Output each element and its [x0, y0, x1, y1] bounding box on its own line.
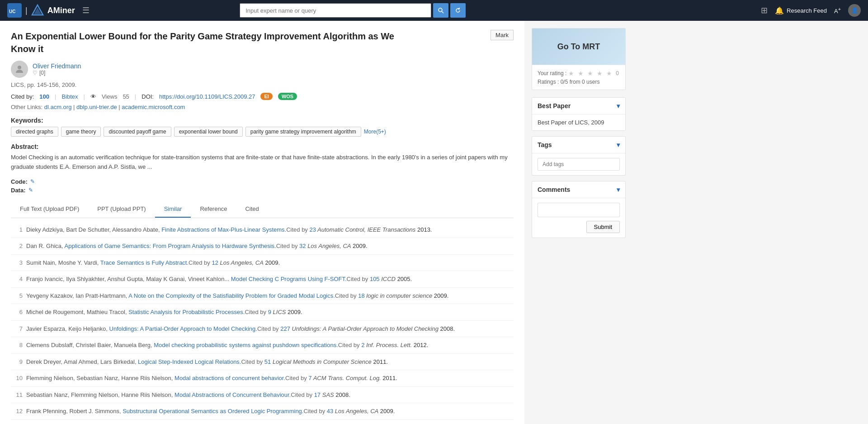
header-right: ⊞ 🔔 Research Feed A+ 👤: [761, 4, 861, 17]
cited-count-link[interactable]: 9: [268, 309, 271, 315]
paper-authors: Derek Dreyer, Amal Ahmed, Lars Birkedal,: [26, 358, 138, 365]
list-item: 4 Franjo Ivancic, Ilya Shlyakhter, Anshu…: [11, 271, 514, 288]
keyword-tag[interactable]: parity game strategy improvement algorit…: [245, 127, 361, 137]
font-size-button[interactable]: A+: [834, 6, 841, 14]
refresh-button[interactable]: [450, 3, 466, 18]
keyword-tag[interactable]: exponential lower bound: [174, 127, 243, 137]
research-feed-button[interactable]: 🔔 Research Feed: [775, 6, 827, 15]
paper-title-link[interactable]: Modal abstractions of concurrent behavio…: [175, 375, 285, 381]
cited-count[interactable]: 100: [39, 93, 49, 100]
search-input[interactable]: [240, 3, 431, 18]
code-label: Code:: [11, 178, 28, 185]
paper-number: 4: [13, 275, 23, 284]
paper-venue-text: SAS: [321, 391, 334, 398]
sidebar: Go To MRT Your rating : ★ ★ ★ ★ ★ 0 Rati…: [524, 21, 633, 424]
star1[interactable]: ★: [568, 70, 574, 77]
keyword-tag[interactable]: discounted payoff game: [104, 127, 171, 137]
paper-number: 2: [13, 242, 23, 251]
logo-text: AMiner: [47, 6, 75, 15]
paper-authors: Dan R. Ghica,: [26, 243, 65, 249]
cited-count-link[interactable]: 43: [327, 408, 333, 414]
menu-icon[interactable]: ☰: [82, 5, 90, 15]
tab-full-text[interactable]: Full Text (Upload PDF): [11, 201, 88, 218]
comments-header[interactable]: Comments ▾: [532, 181, 625, 198]
paper-title-link[interactable]: Model Checking C Programs Using F-SOFT.: [231, 276, 347, 282]
paper-content: Frank Pfenning, Robert J. Simmons, Subst…: [26, 407, 512, 416]
paper-title-link[interactable]: Model checking probabilistic systems aga…: [154, 342, 338, 348]
list-item: 2 Dan R. Ghica, Applications of Game Sem…: [11, 238, 514, 255]
code-edit-icon[interactable]: ✎: [30, 178, 35, 185]
paper-title-link[interactable]: Applications of Game Semantics: From Pro…: [65, 243, 276, 249]
star4[interactable]: ★: [597, 70, 603, 77]
logo[interactable]: UC | AMiner: [7, 3, 75, 18]
paper-number: 6: [13, 308, 23, 317]
star2[interactable]: ★: [578, 70, 584, 77]
heart-section: ♡ [0]: [33, 70, 81, 76]
keyword-tag[interactable]: directed graphs: [11, 127, 58, 137]
cited-count-link[interactable]: 17: [314, 391, 321, 398]
paper-title-link[interactable]: Statistic Analysis for Probabilistic Pro…: [128, 309, 245, 315]
tags-header[interactable]: Tags ▾: [532, 137, 625, 153]
list-item: 6 Michel de Rougemont, Mathieu Tracol, S…: [11, 304, 514, 321]
best-paper-header[interactable]: Best Paper ▾: [532, 98, 625, 114]
paper-authors: Javier Esparza, Keijo Heljanko,: [26, 325, 109, 332]
tags-chevron: ▾: [617, 141, 620, 148]
go-to-mrt-button[interactable]: Go To MRT: [532, 29, 625, 65]
paper-content: Sebastian Nanz, Flemming Nielson, Hanne …: [26, 391, 512, 400]
go-to-mrt-card: Go To MRT Your rating : ★ ★ ★ ★ ★ 0 Rati…: [532, 28, 626, 90]
paper-title-link[interactable]: Logical Step-Indexed Logical Relations.: [138, 358, 241, 365]
paper-year: 2009.: [380, 408, 395, 414]
more-keywords-link[interactable]: More(5+): [364, 129, 386, 135]
user-avatar[interactable]: 👤: [848, 4, 861, 17]
tab-reference[interactable]: Reference: [191, 201, 236, 218]
cited-count-link[interactable]: 12: [212, 259, 218, 266]
keywords-section: Keywords: directed graphsgame theorydisc…: [11, 117, 514, 137]
bibtex-link[interactable]: Bibtex: [61, 93, 78, 100]
cited-count-link[interactable]: 32: [299, 243, 306, 249]
list-item: 9 Derek Dreyer, Amal Ahmed, Lars Birkeda…: [11, 354, 514, 371]
paper-number: 10: [13, 374, 23, 383]
data-row: Data: ✎: [11, 187, 514, 194]
paper-title-link[interactable]: Modal Abstractions of Concurrent Behavio…: [175, 391, 291, 398]
paper-title-link[interactable]: Substructural Operational Semantics as O…: [123, 408, 303, 414]
star5[interactable]: ★: [606, 70, 612, 77]
cited-count-link[interactable]: 227: [280, 325, 290, 332]
paper-title-link[interactable]: Unfoldings: A Partial-Order Approach to …: [109, 325, 257, 332]
cited-count-link[interactable]: 18: [358, 292, 364, 299]
abstract-section: Abstract: Model Checking is an automatic…: [11, 143, 514, 172]
tags-input[interactable]: [538, 158, 620, 171]
papers-list: 1 Dieky Adzkiya, Bart De Schutter, Aless…: [11, 218, 514, 424]
paper-year: 2009.: [353, 243, 368, 249]
microsoft-link[interactable]: academic.microsoft.com: [122, 104, 185, 110]
cited-count-link[interactable]: 23: [309, 226, 316, 233]
tab-ppt[interactable]: PPT (Upload PPT): [88, 201, 155, 218]
paper-title-link[interactable]: Finite Abstractions of Max-Plus-Linear S…: [161, 226, 286, 233]
search-button[interactable]: [433, 3, 448, 18]
mark-button[interactable]: Mark: [491, 30, 514, 40]
paper-venue-text: Inf. Process. Lett.: [364, 342, 412, 348]
paper-authors: Sumit Nain, Moshe Y. Vardi,: [26, 259, 100, 266]
data-edit-icon[interactable]: ✎: [28, 187, 33, 193]
doi-url[interactable]: https://doi.org/10.1109/LICS.2009.27: [159, 93, 255, 100]
paper-title-link[interactable]: Trace Semantics is Fully Abstract.: [100, 259, 189, 266]
paper-year: 2005.: [397, 276, 412, 282]
submit-button[interactable]: Submit: [586, 221, 620, 233]
paper-title-link[interactable]: A Note on the Complexity of the Satisfia…: [128, 292, 335, 299]
dl-acm-link[interactable]: dl.acm.org: [44, 104, 72, 110]
data-label: Data:: [11, 187, 26, 194]
bell-icon: 🔔: [775, 6, 784, 15]
list-item: 10 Flemming Nielson, Sebastian Nanz, Han…: [11, 370, 514, 387]
comments-input[interactable]: [538, 203, 620, 217]
keyword-tag[interactable]: game theory: [61, 127, 101, 137]
dblp-link[interactable]: dblp.uni-trier.de: [76, 104, 117, 110]
cited-count-link[interactable]: 105: [370, 276, 380, 282]
star3[interactable]: ★: [587, 70, 593, 77]
list-item: 13 Bojańczyk, M.; Howard Straubing; Igo…: [11, 420, 514, 424]
cited-count-link[interactable]: 51: [264, 358, 271, 365]
grid-icon[interactable]: ⊞: [761, 5, 768, 15]
author-name[interactable]: Oliver Friedmann: [33, 62, 81, 70]
main-wrapper: An Exponential Lower Bound for the Parit…: [0, 21, 868, 424]
tab-cited[interactable]: Cited: [236, 201, 268, 218]
tab-similar[interactable]: Similar: [155, 201, 191, 218]
cited-count-link[interactable]: 7: [308, 375, 311, 381]
